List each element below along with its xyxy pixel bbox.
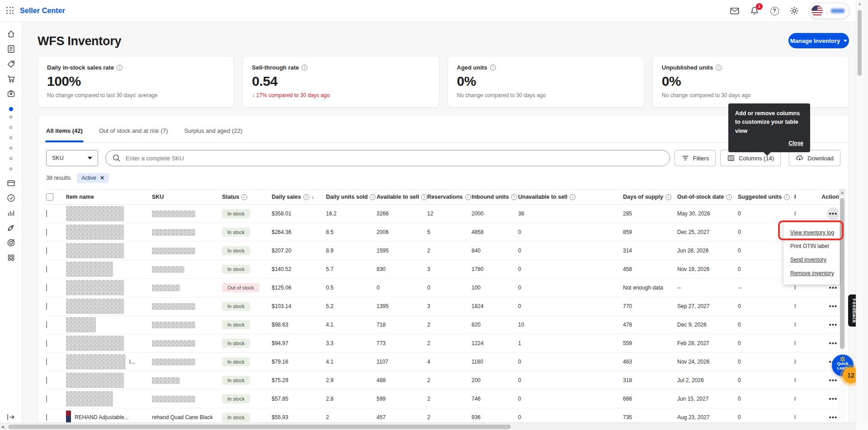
mail-icon[interactable] xyxy=(729,5,740,16)
manage-inventory-button[interactable]: Manage Inventory xyxy=(788,33,849,48)
sidebar-item-performance-gauge[interactable] xyxy=(6,193,16,203)
help-icon[interactable]: ? xyxy=(769,5,780,16)
row-actions-button[interactable]: ••• xyxy=(827,207,840,220)
sidebar-subitem-dot[interactable] xyxy=(9,147,12,150)
sidebar-item-orders-list[interactable] xyxy=(6,44,16,54)
info-icon[interactable]: i xyxy=(465,194,471,200)
header-suggested-units[interactable]: Suggested unitsi xyxy=(738,194,794,200)
sidebar-item-fulfillment-box[interactable] xyxy=(6,89,16,98)
header-status[interactable]: Statusi xyxy=(222,194,272,200)
sidebar-subitem-dot[interactable] xyxy=(9,157,12,160)
header-item-name[interactable]: Item name xyxy=(66,194,152,200)
info-icon[interactable]: i xyxy=(570,194,576,200)
header-sku[interactable]: SKU xyxy=(152,194,222,200)
row-actions-button[interactable]: ••• xyxy=(827,300,840,313)
row-actions-button[interactable]: ••• xyxy=(827,318,840,331)
scroll-up-arrow[interactable]: ▲ xyxy=(839,189,845,196)
header-daily-sales[interactable]: Daily salesi↓ xyxy=(272,194,326,200)
row-checkbox[interactable] xyxy=(46,395,47,402)
info-icon[interactable]: i xyxy=(511,194,517,200)
info-icon[interactable]: i xyxy=(784,194,790,200)
select-all-checkbox[interactable] xyxy=(46,193,53,201)
sidebar-subitem-dot[interactable] xyxy=(9,168,12,170)
app-launcher-icon[interactable] xyxy=(6,7,14,15)
scroll-left-arrow[interactable]: ◀ xyxy=(1,423,4,430)
header-inbound-units[interactable]: Inbound unitsi xyxy=(472,194,518,200)
sidebar-item-payments-card[interactable] xyxy=(6,178,16,188)
brand-seller-center[interactable]: Seller Center xyxy=(20,7,65,15)
tab-1[interactable]: Out of stock and at risk (7) xyxy=(99,127,168,142)
row-actions-button[interactable]: ••• xyxy=(827,393,840,405)
page-horizontal-scrollbar[interactable]: ◀ xyxy=(0,423,856,430)
row-checkbox[interactable] xyxy=(46,377,47,384)
sidebar-subitem-dot[interactable] xyxy=(9,126,12,129)
sidebar-subitem-dot[interactable] xyxy=(9,136,12,139)
menu-item-print-gtin-label[interactable]: Print GTIN label xyxy=(783,239,840,253)
header-unavailable-to-sell[interactable]: Unavailable to selli xyxy=(518,194,623,200)
sidebar-item-cart[interactable] xyxy=(6,74,16,84)
sidebar-subitem-dot[interactable] xyxy=(9,116,12,118)
sort-desc-icon[interactable]: ↓ xyxy=(311,194,314,200)
filters-button[interactable]: Filters xyxy=(675,150,716,166)
sidebar-item-items-tag[interactable] xyxy=(6,59,16,69)
page-hscroll-thumb[interactable] xyxy=(8,425,511,429)
sidebar-item-marketing-target[interactable] xyxy=(6,238,16,248)
page-vscroll-thumb[interactable] xyxy=(858,10,862,76)
info-icon[interactable]: i xyxy=(726,194,732,200)
page-vertical-scrollbar[interactable]: ▲ ▼ xyxy=(856,0,863,430)
info-icon[interactable]: i xyxy=(370,194,376,200)
item-name[interactable]: REHAND Adjustable... xyxy=(75,414,128,421)
sidebar-item-analytics-bars[interactable] xyxy=(6,208,16,218)
row-actions-button[interactable]: ••• xyxy=(827,411,840,423)
scroll-up-arrow[interactable]: ▲ xyxy=(856,0,863,7)
row-checkbox[interactable] xyxy=(46,303,47,310)
row-checkbox[interactable] xyxy=(46,340,47,347)
info-icon[interactable]: i xyxy=(241,194,247,200)
notifications-bell-icon[interactable]: 1 xyxy=(749,5,760,16)
sidebar-active-dot[interactable] xyxy=(9,107,13,111)
info-icon[interactable]: i xyxy=(665,194,671,200)
row-checkbox[interactable] xyxy=(46,321,47,328)
info-icon[interactable]: i xyxy=(303,194,309,200)
row-checkbox[interactable] xyxy=(46,284,47,291)
row-checkbox[interactable] xyxy=(46,358,47,365)
info-icon[interactable]: i xyxy=(117,65,123,70)
columns-button[interactable]: Columns (14) xyxy=(720,150,781,166)
header-i[interactable]: I xyxy=(794,194,804,200)
header-days-of-supply[interactable]: Days of supplyi xyxy=(623,194,677,200)
sidebar-collapse-button[interactable] xyxy=(6,412,16,424)
settings-gear-icon[interactable] xyxy=(789,5,800,16)
row-actions-button[interactable]: ••• xyxy=(827,337,840,350)
info-icon[interactable]: i xyxy=(490,65,496,70)
menu-item-view-inventory-log[interactable]: View inventory log xyxy=(783,226,840,239)
row-checkbox[interactable] xyxy=(46,229,47,236)
sidebar-item-home[interactable] xyxy=(6,29,16,39)
search-input[interactable] xyxy=(126,155,663,162)
table-vertical-scrollbar[interactable]: ▲ xyxy=(839,189,845,423)
search-by-select[interactable]: SKU xyxy=(46,150,98,166)
tooltip-close-link[interactable]: Close xyxy=(735,139,803,148)
row-checkbox[interactable] xyxy=(46,210,47,217)
account-menu[interactable] xyxy=(809,3,849,19)
header-out-of-stock-date[interactable]: Out-of-stock datei xyxy=(677,194,738,200)
row-actions-button[interactable]: ••• xyxy=(827,374,840,387)
info-icon[interactable]: i xyxy=(302,65,307,70)
header-available-to-sell[interactable]: Available to selli xyxy=(377,194,427,200)
table-scroll-thumb[interactable] xyxy=(840,198,844,349)
menu-item-send-inventory[interactable]: Send inventory xyxy=(783,253,840,266)
tab-0[interactable]: All items (42) xyxy=(46,127,83,142)
header-reservations[interactable]: Reservationsi xyxy=(427,194,472,200)
header-daily-units-sold[interactable]: Daily units soldi xyxy=(326,194,377,200)
info-icon[interactable]: i xyxy=(421,194,427,200)
menu-item-remove-inventory[interactable]: Remove inventory xyxy=(783,266,840,280)
sidebar-item-growth-rocket[interactable] xyxy=(6,223,16,233)
tab-2[interactable]: Surplus and aged (22) xyxy=(184,127,242,142)
active-filter-chip[interactable]: Active ✕ xyxy=(77,173,109,183)
row-checkbox[interactable] xyxy=(46,414,47,421)
sidebar-item-apps-circles[interactable] xyxy=(6,252,16,262)
download-button[interactable]: Download xyxy=(789,150,840,166)
row-checkbox[interactable] xyxy=(46,266,47,273)
remove-chip-icon[interactable]: ✕ xyxy=(100,175,104,181)
info-icon[interactable]: i xyxy=(716,65,722,70)
row-checkbox[interactable] xyxy=(46,247,47,254)
